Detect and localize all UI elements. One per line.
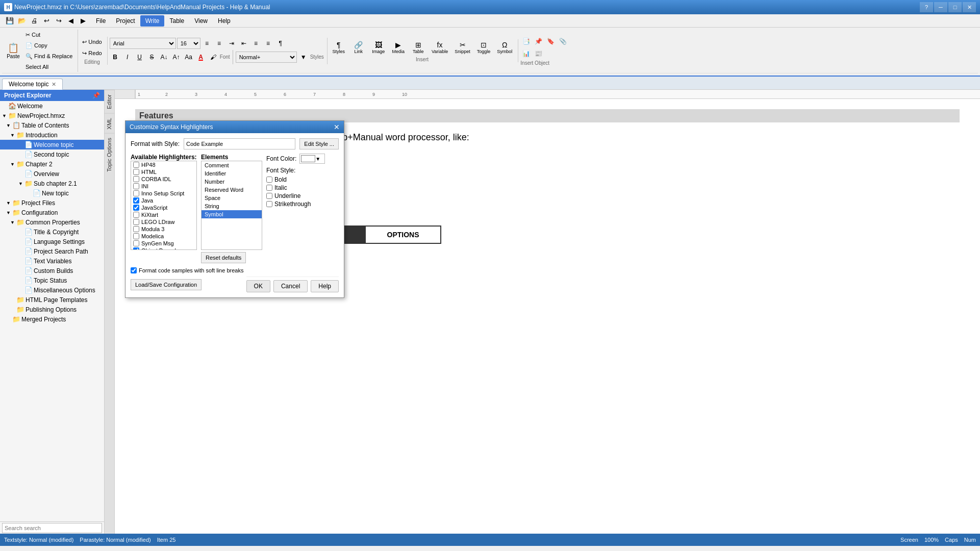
tab-close-button[interactable]: ✕ [52,81,56,88]
element-item-2[interactable]: Number [202,178,262,186]
highlighter-cb-8[interactable] [133,219,139,225]
load-save-button[interactable]: Load/Save Configuration [131,279,202,290]
symbol-button[interactable]: ΩSymbol [494,39,515,56]
element-item-0[interactable]: Comment [202,161,262,169]
qat-forward[interactable]: ▶ [78,15,89,27]
tab-welcome-topic[interactable]: Welcome topic ✕ [2,79,63,90]
underline-button[interactable]: U [134,52,145,63]
font-name-select[interactable]: Arial [110,38,176,49]
highlighter-cb-4[interactable] [133,190,139,196]
style-select[interactable]: Normal+ [236,52,297,63]
tree-item-17[interactable]: 📄Custom Builds [0,266,104,276]
insert-obj-1[interactable]: 📑 [520,36,532,47]
tree-item-3[interactable]: ▼📁Introduction [0,130,104,140]
tree-item-16[interactable]: 📄Text Variables [0,256,104,266]
highlighter-cb-10[interactable] [133,233,139,239]
italic-checkbox[interactable] [266,185,272,191]
tree-item-8[interactable]: ▼📁Sub chapter 2.1 [0,179,104,188]
insert-obj-3[interactable]: 🔖 [545,36,556,47]
qat-open[interactable]: 📂 [16,15,28,27]
insert-obj-6[interactable]: 📰 [533,48,544,59]
table-button[interactable]: ⊞Table [409,39,428,56]
menu-item-file[interactable]: File [91,15,111,27]
menu-item-table[interactable]: Table [164,15,189,27]
style-dropdown[interactable]: ▼ [298,52,309,63]
menu-item-write[interactable]: Write [140,15,165,27]
tree-item-10[interactable]: ▼📁Project Files [0,198,104,208]
highlight-button[interactable]: 🖌 [208,52,219,63]
tree-item-4[interactable]: 📄Welcome topic [0,140,104,149]
snippet-button[interactable]: ✂Snippet [452,39,473,56]
ok-button[interactable]: OK [246,280,270,292]
help-button[interactable]: ? [920,2,933,12]
list-unordered-button[interactable]: ≡ [202,38,213,49]
bold-checkbox[interactable] [266,177,272,183]
underline-checkbox[interactable] [266,193,272,199]
strikethrough-button[interactable]: S [146,52,158,63]
tree-item-20[interactable]: 📁HTML Page Templates [0,295,104,305]
tree-item-22[interactable]: 📁Merged Projects [0,314,104,324]
highlighter-cb-9[interactable] [133,226,139,232]
tree-item-9[interactable]: 📄New topic [0,188,104,198]
editor-panel-button[interactable]: Editor [105,90,115,113]
qat-back[interactable]: ◀ [65,15,77,27]
smaller-button[interactable]: A↓ [159,52,170,63]
tree-item-15[interactable]: 📄Project Search Path [0,246,104,256]
variable-button[interactable]: fxVariable [429,39,450,56]
highlighter-cb-11[interactable] [133,240,139,246]
insert-obj-5[interactable]: 📊 [520,48,532,59]
highlighter-cb-3[interactable] [133,183,139,189]
highlighter-cb-5[interactable] [133,197,139,204]
search-input[interactable] [2,523,102,533]
font-color-btn[interactable]: A [195,52,207,63]
insert-obj-4[interactable]: 📎 [557,36,568,47]
strikethrough-checkbox[interactable] [266,201,272,207]
element-item-4[interactable]: Space [202,194,262,202]
paragraph-more-button[interactable]: ¶ [275,38,286,49]
topic-options-panel-button[interactable]: Topic Options [105,133,115,176]
bold-button[interactable]: B [110,52,121,63]
align-more2-button[interactable]: ≡ [263,38,274,49]
tree-item-14[interactable]: 📄Language Settings [0,237,104,246]
align-more-button[interactable]: ≡ [250,38,262,49]
media-button[interactable]: ▶Media [389,39,408,56]
list-ordered-button[interactable]: ≡ [214,38,225,49]
cancel-button[interactable]: Cancel [273,280,308,292]
tree-item-21[interactable]: 📁Publishing Options [0,305,104,314]
qat-redo[interactable]: ↪ [53,15,64,27]
qat-print[interactable]: 🖨 [29,15,40,27]
indent-button[interactable]: ⇥ [226,38,237,49]
tree-item-0[interactable]: 🏠Welcome [0,101,104,111]
link-button[interactable]: 🔗Link [349,39,368,56]
caps-button[interactable]: Aa [183,52,194,63]
close-button[interactable]: ✕ [963,2,976,12]
help-dialog-button[interactable]: Help [311,280,339,292]
tree-item-19[interactable]: 📄Miscellaneous Options [0,285,104,295]
tree-item-18[interactable]: 📄Topic Status [0,276,104,285]
insert-obj-2[interactable]: 📌 [533,36,544,47]
menu-item-view[interactable]: View [189,15,213,27]
cut-button[interactable]: ✂ Cut [23,30,74,40]
format-code-checkbox[interactable] [131,267,137,273]
format-style-input[interactable] [184,138,295,149]
menu-item-help[interactable]: Help [213,15,236,27]
tree-item-5[interactable]: 📄Second topic [0,149,104,159]
xml-panel-button[interactable]: XML [105,113,115,134]
tree-item-7[interactable]: 📄Overview [0,169,104,179]
tree-item-6[interactable]: ▼📁Chapter 2 [0,159,104,169]
redo-button[interactable]: ↪ Redo [80,48,104,58]
highlighter-cb-7[interactable] [133,212,139,218]
find-replace-button[interactable]: 🔍 Find & Replace [23,51,74,61]
menu-item-project[interactable]: Project [111,15,140,27]
qat-save[interactable]: 💾 [4,15,15,27]
element-item-6[interactable]: Symbol [202,210,262,218]
paste-button[interactable]: 📋 Paste [4,41,22,61]
tree-item-13[interactable]: 📄Title & Copyright [0,227,104,237]
element-item-1[interactable]: Identifier [202,169,262,178]
tree-item-12[interactable]: ▼📁Common Properties [0,217,104,227]
select-all-button[interactable]: Select All [23,62,74,72]
undo-button[interactable]: ↩ Undo [80,37,104,47]
font-size-select[interactable]: 16 [177,38,200,49]
minimize-button[interactable]: ─ [934,2,947,12]
tree-item-2[interactable]: ▼📋Table of Contents [0,120,104,130]
